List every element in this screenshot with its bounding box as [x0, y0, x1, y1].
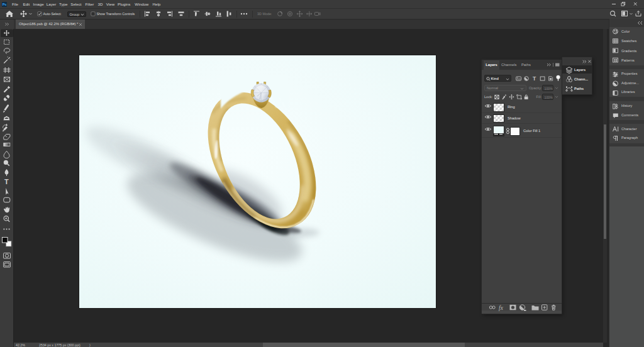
svg-text:T: T — [533, 75, 536, 82]
svg-text:T: T — [4, 178, 9, 185]
svg-text:fx: fx — [499, 304, 504, 311]
